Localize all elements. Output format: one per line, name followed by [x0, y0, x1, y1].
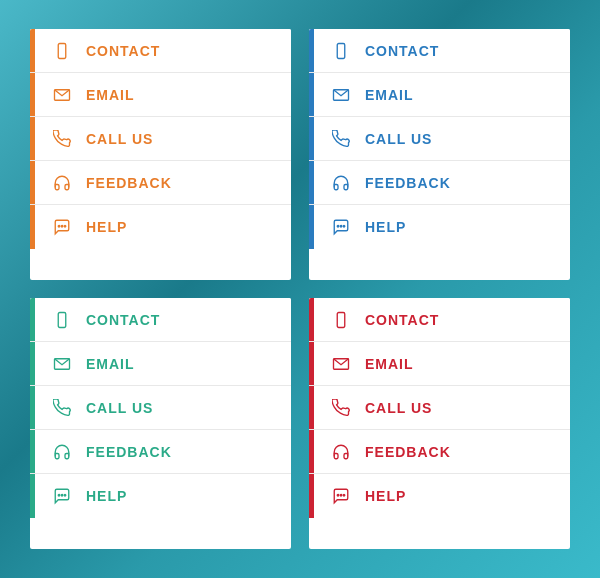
headset-icon [327, 174, 355, 192]
panel-blue: CONTACT EMAIL CALL US FEEDBACK HELP [309, 29, 570, 280]
svg-point-21 [340, 495, 342, 497]
chat-icon [327, 487, 355, 505]
accent-bar [309, 430, 314, 473]
svg-point-4 [58, 226, 60, 228]
menu-item-orange-headset[interactable]: FEEDBACK [30, 161, 291, 205]
headset-icon [327, 443, 355, 461]
headset-icon [48, 174, 76, 192]
menu-item-orange-email[interactable]: EMAIL [30, 73, 291, 117]
svg-point-15 [61, 495, 63, 497]
item-label-3: FEEDBACK [365, 175, 451, 191]
svg-point-3 [61, 226, 63, 228]
item-label-2: CALL US [86, 400, 153, 416]
menu-item-red-headset[interactable]: FEEDBACK [309, 430, 570, 474]
item-label-0: CONTACT [86, 43, 160, 59]
svg-point-9 [340, 226, 342, 228]
menu-item-blue-call[interactable]: CALL US [309, 117, 570, 161]
item-label-1: EMAIL [365, 356, 414, 372]
item-label-4: HELP [365, 219, 406, 235]
accent-bar [309, 117, 314, 160]
accent-bar [30, 342, 35, 385]
svg-point-16 [58, 495, 60, 497]
email-icon [48, 86, 76, 104]
menu-item-blue-chat[interactable]: HELP [309, 205, 570, 249]
call-icon [48, 130, 76, 148]
call-icon [327, 399, 355, 417]
svg-rect-6 [337, 43, 345, 58]
phone-icon [48, 42, 76, 60]
item-label-1: EMAIL [86, 87, 135, 103]
svg-point-23 [343, 495, 345, 497]
headset-icon [48, 443, 76, 461]
menu-item-red-email[interactable]: EMAIL [309, 342, 570, 386]
item-label-0: CONTACT [365, 43, 439, 59]
accent-bar [309, 29, 314, 72]
menu-item-orange-chat[interactable]: HELP [30, 205, 291, 249]
menu-item-blue-email[interactable]: EMAIL [309, 73, 570, 117]
item-label-0: CONTACT [365, 312, 439, 328]
item-label-1: EMAIL [365, 87, 414, 103]
accent-bar [309, 205, 314, 249]
chat-icon [48, 218, 76, 236]
accent-bar [309, 298, 314, 341]
accent-bar [309, 73, 314, 116]
accent-bar [30, 117, 35, 160]
accent-bar [30, 29, 35, 72]
accent-bar [30, 205, 35, 249]
panel-teal: CONTACT EMAIL CALL US FEEDBACK HELP [30, 298, 291, 549]
accent-bar [30, 73, 35, 116]
main-container: CONTACT EMAIL CALL US FEEDBACK HELP CONT… [10, 9, 590, 569]
call-icon [327, 130, 355, 148]
call-icon [48, 399, 76, 417]
item-label-3: FEEDBACK [86, 444, 172, 460]
item-label-3: FEEDBACK [86, 175, 172, 191]
item-label-2: CALL US [365, 400, 432, 416]
chat-icon [327, 218, 355, 236]
menu-item-teal-chat[interactable]: HELP [30, 474, 291, 518]
phone-icon [327, 42, 355, 60]
menu-item-orange-phone[interactable]: CONTACT [30, 29, 291, 73]
phone-icon [327, 311, 355, 329]
menu-item-red-call[interactable]: CALL US [309, 386, 570, 430]
menu-item-teal-phone[interactable]: CONTACT [30, 298, 291, 342]
menu-item-teal-email[interactable]: EMAIL [30, 342, 291, 386]
menu-item-teal-headset[interactable]: FEEDBACK [30, 430, 291, 474]
accent-bar [309, 386, 314, 429]
chat-icon [48, 487, 76, 505]
svg-rect-18 [337, 312, 345, 327]
accent-bar [30, 430, 35, 473]
svg-rect-0 [58, 43, 66, 58]
item-label-2: CALL US [365, 131, 432, 147]
email-icon [327, 355, 355, 373]
accent-bar [309, 342, 314, 385]
panel-red: CONTACT EMAIL CALL US FEEDBACK HELP [309, 298, 570, 549]
item-label-2: CALL US [86, 131, 153, 147]
svg-point-5 [64, 226, 66, 228]
item-label-0: CONTACT [86, 312, 160, 328]
svg-point-22 [337, 495, 339, 497]
item-label-4: HELP [365, 488, 406, 504]
svg-point-10 [337, 226, 339, 228]
menu-item-teal-call[interactable]: CALL US [30, 386, 291, 430]
svg-rect-12 [58, 312, 66, 327]
menu-item-red-phone[interactable]: CONTACT [309, 298, 570, 342]
panel-orange: CONTACT EMAIL CALL US FEEDBACK HELP [30, 29, 291, 280]
email-icon [48, 355, 76, 373]
item-label-4: HELP [86, 219, 127, 235]
menu-item-orange-call[interactable]: CALL US [30, 117, 291, 161]
svg-point-11 [343, 226, 345, 228]
menu-item-blue-headset[interactable]: FEEDBACK [309, 161, 570, 205]
phone-icon [48, 311, 76, 329]
accent-bar [30, 161, 35, 204]
item-label-3: FEEDBACK [365, 444, 451, 460]
accent-bar [309, 161, 314, 204]
accent-bar [30, 386, 35, 429]
svg-point-17 [64, 495, 66, 497]
email-icon [327, 86, 355, 104]
menu-item-blue-phone[interactable]: CONTACT [309, 29, 570, 73]
accent-bar [309, 474, 314, 518]
accent-bar [30, 474, 35, 518]
menu-item-red-chat[interactable]: HELP [309, 474, 570, 518]
item-label-1: EMAIL [86, 356, 135, 372]
accent-bar [30, 298, 35, 341]
